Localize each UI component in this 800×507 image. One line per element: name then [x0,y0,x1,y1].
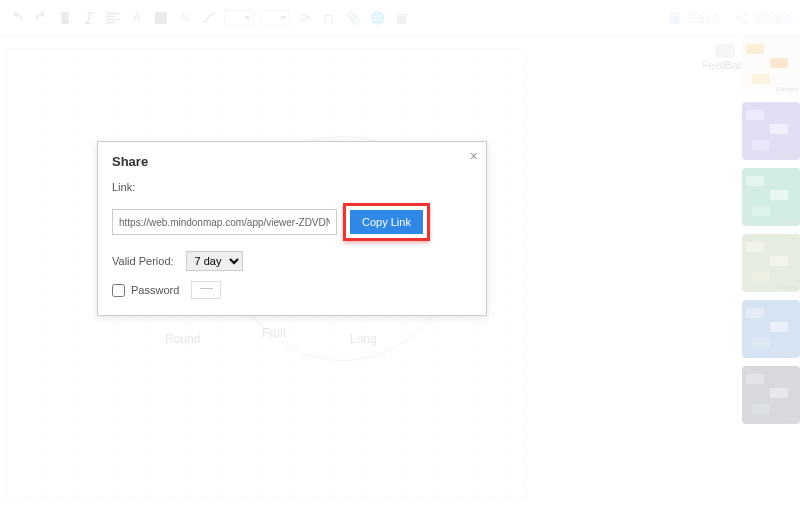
valid-period-select[interactable]: 7 day [186,251,243,271]
password-field[interactable]: ---- [191,281,221,299]
share-dialog: × Share Link: Copy Link Valid Period: 7 … [97,141,487,316]
copy-highlight: Copy Link [343,203,430,241]
close-icon[interactable]: × [470,148,478,164]
password-label: Password [131,284,179,296]
link-input[interactable] [112,209,337,235]
password-checkbox[interactable] [112,284,125,297]
link-label: Link: [112,181,135,193]
dialog-title: Share [112,154,472,169]
copy-link-button[interactable]: Copy Link [350,210,423,234]
valid-period-label: Valid Period: [112,255,174,267]
